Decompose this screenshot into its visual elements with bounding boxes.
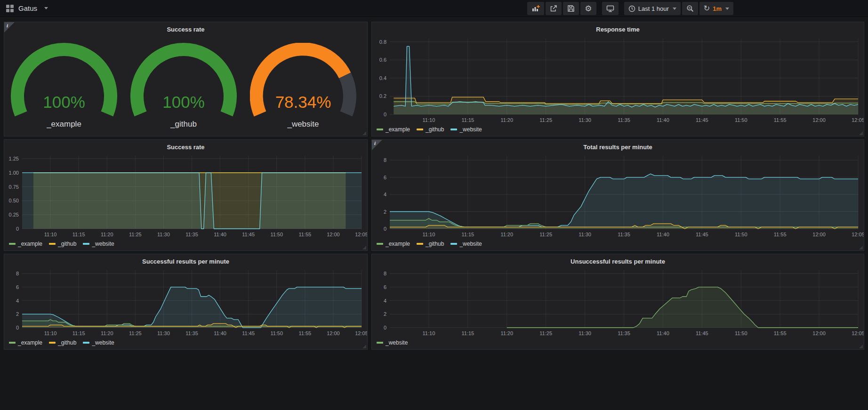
- legend-label: _website: [386, 339, 408, 346]
- gear-icon: ⚙: [585, 5, 592, 13]
- legend-label: _github: [58, 339, 76, 346]
- zoom-out-button[interactable]: [682, 2, 698, 15]
- dashboard-caret-icon[interactable]: [44, 7, 48, 9]
- svg-text:11:25: 11:25: [539, 330, 552, 336]
- svg-text:11:40: 11:40: [214, 232, 226, 237]
- svg-text:11:30: 11:30: [579, 330, 591, 336]
- svg-text:11:35: 11:35: [618, 330, 630, 336]
- refresh-button[interactable]: ↻ 1m: [699, 2, 733, 15]
- panel-success-rate-timeseries: Success rate 00.250.500.751.001.2511:101…: [4, 139, 368, 251]
- legend-swatch-icon: [450, 129, 457, 130]
- svg-text:11:15: 11:15: [72, 330, 85, 336]
- legend-item-_github[interactable]: _github: [417, 241, 444, 247]
- svg-text:2: 2: [384, 209, 386, 215]
- add-panel-button[interactable]: [527, 2, 544, 15]
- svg-text:11:45: 11:45: [696, 117, 708, 123]
- legend-item-_example[interactable]: _example: [377, 241, 410, 247]
- legend-item-_website[interactable]: _website: [450, 126, 482, 133]
- panel-title[interactable]: Response time: [372, 26, 864, 33]
- share-icon: [550, 5, 557, 12]
- panel-title[interactable]: Success rate: [4, 26, 367, 33]
- svg-text:11:30: 11:30: [157, 232, 170, 237]
- svg-text:11:45: 11:45: [696, 232, 708, 237]
- svg-text:11:25: 11:25: [539, 117, 552, 123]
- legend-item-_example[interactable]: _example: [9, 339, 42, 346]
- zoom-out-icon: [686, 5, 694, 12]
- svg-text:0: 0: [16, 325, 19, 330]
- share-button[interactable]: [546, 2, 562, 15]
- dashboard-title[interactable]: Gatus: [18, 4, 37, 12]
- bar-chart-plus-icon: [531, 5, 540, 12]
- gauge-_example: 100%_example: [11, 43, 117, 149]
- unsuccessful-results-chart[interactable]: 0246811:1011:1511:2011:2511:3011:3511:40…: [372, 254, 864, 349]
- svg-text:8: 8: [384, 271, 386, 276]
- svg-text:12:05: 12:05: [355, 232, 367, 237]
- response-time-chart[interactable]: 00.20.40.60.811:1011:1511:2011:2511:3011…: [372, 22, 864, 136]
- svg-text:11:25: 11:25: [129, 330, 142, 336]
- panel-info-corner[interactable]: [4, 22, 15, 32]
- svg-text:11:50: 11:50: [270, 330, 283, 336]
- svg-text:12:00: 12:00: [327, 330, 340, 336]
- legend-label: _github: [58, 241, 76, 247]
- gauge-label: _github: [130, 120, 237, 129]
- time-picker-button[interactable]: Last 1 hour: [624, 2, 681, 15]
- svg-text:12:00: 12:00: [327, 232, 340, 237]
- time-picker-caret-icon: [673, 8, 676, 10]
- legend-item-_example[interactable]: _example: [377, 126, 410, 133]
- info-icon: i: [374, 140, 376, 146]
- legend-item-_website[interactable]: _website: [83, 241, 114, 247]
- monitor-icon: [606, 5, 614, 12]
- legend-item-_website[interactable]: _website: [83, 339, 114, 346]
- svg-text:11:50: 11:50: [735, 117, 747, 123]
- svg-text:4: 4: [384, 298, 386, 304]
- legend-item-_example[interactable]: _example: [9, 241, 42, 247]
- svg-text:11:40: 11:40: [214, 330, 226, 336]
- successful-results-chart[interactable]: 0246811:1011:1511:2011:2511:3011:3511:40…: [4, 254, 367, 349]
- svg-text:11:35: 11:35: [618, 232, 630, 237]
- panel-title[interactable]: Total results per minute: [372, 144, 864, 151]
- legend-item-_github[interactable]: _github: [49, 241, 76, 247]
- svg-text:11:55: 11:55: [774, 232, 787, 237]
- svg-text:11:10: 11:10: [423, 117, 435, 123]
- gauge-_website: 78.34%_website: [250, 43, 356, 149]
- svg-text:11:20: 11:20: [500, 232, 513, 237]
- legend-item-_github[interactable]: _github: [49, 339, 76, 346]
- panel-title[interactable]: Successful results per minute: [4, 258, 367, 265]
- success-rate-gauges: 100%_example100%_github78.34%_website: [4, 22, 367, 136]
- settings-button[interactable]: ⚙: [580, 2, 596, 15]
- svg-text:12:05: 12:05: [355, 330, 367, 336]
- legend: _example_github_website: [377, 126, 482, 133]
- panel-info-corner[interactable]: [372, 140, 382, 150]
- svg-text:11:55: 11:55: [298, 330, 311, 336]
- save-button[interactable]: [563, 2, 579, 15]
- apps-grid-icon[interactable]: [6, 4, 14, 13]
- svg-text:11:35: 11:35: [185, 330, 198, 336]
- legend-label: _github: [426, 126, 444, 133]
- panel-title[interactable]: Unsuccessful results per minute: [372, 258, 864, 265]
- legend-item-_website[interactable]: _website: [377, 339, 408, 346]
- legend-item-_github[interactable]: _github: [417, 126, 444, 133]
- svg-text:12:00: 12:00: [812, 232, 826, 237]
- svg-text:11:45: 11:45: [242, 330, 255, 336]
- total-results-chart[interactable]: 0246811:1011:1511:2011:2511:3011:3511:40…: [372, 140, 864, 250]
- clock-icon: [628, 5, 635, 12]
- legend: _website: [377, 339, 408, 346]
- svg-text:11:15: 11:15: [461, 330, 474, 336]
- svg-text:11:15: 11:15: [72, 232, 85, 237]
- cycle-view-button[interactable]: [602, 2, 619, 15]
- refresh-interval-label: 1m: [713, 5, 722, 12]
- svg-text:11:50: 11:50: [735, 330, 747, 336]
- gauge-value: 78.34%: [250, 93, 356, 112]
- svg-text:12:00: 12:00: [812, 117, 826, 123]
- gauge-value: 100%: [130, 93, 237, 112]
- svg-text:0: 0: [384, 325, 386, 330]
- panel-title[interactable]: Success rate: [4, 144, 367, 151]
- success-rate-chart[interactable]: 00.250.500.751.001.2511:1011:1511:2011:2…: [4, 140, 367, 250]
- legend: _example_github_website: [9, 241, 114, 247]
- svg-text:12:05: 12:05: [852, 117, 864, 123]
- svg-text:11:30: 11:30: [579, 117, 591, 123]
- panel-unsuccessful-results: Unsuccessful results per minute 0246811:…: [371, 254, 864, 350]
- legend-swatch-icon: [450, 243, 457, 245]
- legend-item-_website[interactable]: _website: [450, 241, 482, 247]
- legend-label: _website: [459, 126, 482, 133]
